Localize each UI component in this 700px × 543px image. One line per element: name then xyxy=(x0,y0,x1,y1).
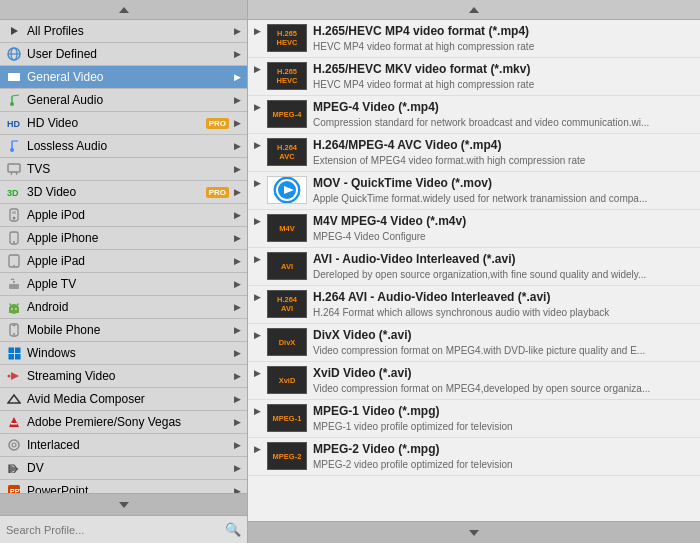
svg-marker-45 xyxy=(9,417,19,427)
format-item-mpeg1[interactable]: ▶ MPEG-1 MPEG-1 Video (*.mpg) MPEG-1 vid… xyxy=(248,400,700,438)
powerpoint-icon: PPT xyxy=(6,483,22,493)
sidebar-item-avid-media-composer[interactable]: Avid Media Composer ▶ xyxy=(0,388,247,411)
sidebar-item-android[interactable]: Android ▶ xyxy=(0,296,247,319)
sidebar-item-mobile-phone[interactable]: Mobile Phone ▶ xyxy=(0,319,247,342)
format-arrow-icon: ▶ xyxy=(254,176,261,188)
svg-line-10 xyxy=(12,95,19,96)
svg-point-15 xyxy=(10,148,14,152)
format-description: H.264 Format which allows synchronous au… xyxy=(313,306,693,319)
sidebar-item-user-defined[interactable]: User Defined ▶ xyxy=(0,43,247,66)
format-item-quicktime[interactable]: ▶ MOV - QuickTime Video (*.mov) Apple Qu… xyxy=(248,172,700,210)
sidebar-item-label: Apple iPhone xyxy=(27,231,229,245)
format-item-mpeg4[interactable]: ▶ MPEG-4 MPEG-4 Video (*.mp4) Compressio… xyxy=(248,96,700,134)
sidebar-item-apple-tv[interactable]: Apple TV ▶ xyxy=(0,273,247,296)
sidebar-item-all-profiles[interactable]: All Profiles ▶ xyxy=(0,20,247,43)
format-arrow-icon: ▶ xyxy=(254,62,261,74)
format-arrow-icon: ▶ xyxy=(254,366,261,378)
right-panel: ▶ H.265HEVC H.265/HEVC MP4 video format … xyxy=(248,20,700,543)
format-item-xvid[interactable]: ▶ XviD XviD Video (*.avi) Video compress… xyxy=(248,362,700,400)
format-title: MOV - QuickTime Video (*.mov) xyxy=(313,176,694,192)
format-thumbnail: XviD xyxy=(267,366,307,394)
sidebar-item-hd-video[interactable]: HD HD Video PRO ▶ xyxy=(0,112,247,135)
format-title: H.265/HEVC MKV video format (*.mkv) xyxy=(313,62,694,78)
svg-rect-28 xyxy=(9,284,19,289)
general-audio-icon xyxy=(6,92,22,108)
right-scroll-down-button[interactable] xyxy=(248,521,700,543)
sidebar-item-3d-video[interactable]: 3D 3D Video PRO ▶ xyxy=(0,181,247,204)
arrow-icon: ▶ xyxy=(234,279,241,289)
format-arrow-icon: ▶ xyxy=(254,328,261,340)
sidebar-item-tvs[interactable]: TVS ▶ xyxy=(0,158,247,181)
format-list: ▶ H.265HEVC H.265/HEVC MP4 video format … xyxy=(248,20,700,521)
search-icon[interactable]: 🔍 xyxy=(225,522,241,537)
format-description: Extension of MPEG4 video format.with hig… xyxy=(313,154,693,167)
arrow-icon: ▶ xyxy=(234,118,241,128)
right-scroll-up-button[interactable] xyxy=(248,0,700,20)
left-scroll-down-button[interactable] xyxy=(0,493,247,515)
format-thumbnail: M4V xyxy=(267,214,307,242)
arrow-icon: ▶ xyxy=(234,187,241,197)
sidebar-item-label: Android xyxy=(27,300,229,314)
svg-marker-1 xyxy=(469,7,479,13)
sidebar-item-label: PowerPoint xyxy=(27,484,229,493)
sidebar-item-apple-iphone[interactable]: Apple iPhone ▶ xyxy=(0,227,247,250)
format-arrow-icon: ▶ xyxy=(254,214,261,226)
sidebar-item-lossless-audio[interactable]: Lossless Audio ▶ xyxy=(0,135,247,158)
format-arrow-icon: ▶ xyxy=(254,442,261,454)
format-title: XviD Video (*.avi) xyxy=(313,366,694,382)
sidebar-item-label: Apple TV xyxy=(27,277,229,291)
format-item-hevc-mkv[interactable]: ▶ H.265HEVC H.265/HEVC MKV video format … xyxy=(248,58,700,96)
left-scroll-up-button[interactable] xyxy=(0,0,248,20)
format-item-h264-avc[interactable]: ▶ H.264AVC H.264/MPEG-4 AVC Video (*.mp4… xyxy=(248,134,700,172)
search-input[interactable] xyxy=(6,524,221,536)
arrow-icon: ▶ xyxy=(234,233,241,243)
sidebar-item-general-audio[interactable]: General Audio ▶ xyxy=(0,89,247,112)
svg-marker-54 xyxy=(119,502,129,508)
sidebar-item-apple-ipod[interactable]: Apple iPod ▶ xyxy=(0,204,247,227)
format-description: Video compression format on MPEG4.with D… xyxy=(313,344,693,357)
format-thumbnail: H.265HEVC xyxy=(267,62,307,90)
format-item-m4v[interactable]: ▶ M4V M4V MPEG-4 Video (*.m4v) MPEG-4 Vi… xyxy=(248,210,700,248)
sidebar-item-dv[interactable]: DV ▶ xyxy=(0,457,247,480)
tvs-icon xyxy=(6,161,22,177)
format-item-avi[interactable]: ▶ AVI AVI - Audio-Video Interleaved (*.a… xyxy=(248,248,700,286)
sidebar-item-windows[interactable]: Windows ▶ xyxy=(0,342,247,365)
format-item-divx[interactable]: ▶ DivX DivX Video (*.avi) Video compress… xyxy=(248,324,700,362)
format-item-mpeg2[interactable]: ▶ MPEG-2 MPEG-2 Video (*.mpg) MPEG-2 vid… xyxy=(248,438,700,476)
format-thumbnail: H.265HEVC xyxy=(267,24,307,52)
svg-rect-7 xyxy=(8,73,10,81)
svg-rect-38 xyxy=(8,347,14,353)
sidebar-item-label: General Video xyxy=(27,70,229,84)
pro-badge: PRO xyxy=(206,187,229,198)
sidebar-item-apple-ipad[interactable]: Apple iPad ▶ xyxy=(0,250,247,273)
left-panel: All Profiles ▶ User Defined ▶ General Vi… xyxy=(0,20,248,543)
svg-marker-59 xyxy=(469,530,479,536)
format-arrow-icon: ▶ xyxy=(254,24,261,36)
format-thumbnail: MPEG-4 xyxy=(267,100,307,128)
pro-badge: PRO xyxy=(206,118,229,129)
format-title: MPEG-4 Video (*.mp4) xyxy=(313,100,694,116)
arrow-icon: ▶ xyxy=(234,417,241,427)
svg-rect-39 xyxy=(15,347,21,353)
arrow-icon: ▶ xyxy=(234,463,241,473)
sidebar-item-powerpoint[interactable]: PPT PowerPoint ▶ xyxy=(0,480,247,493)
sidebar-item-adobe-premiere[interactable]: Adobe Premiere/Sony Vegas ▶ xyxy=(0,411,247,434)
svg-text:HD: HD xyxy=(7,119,20,128)
format-title: H.265/HEVC MP4 video format (*.mp4) xyxy=(313,24,694,40)
sidebar-item-label: Apple iPod xyxy=(27,208,229,222)
svg-marker-44 xyxy=(8,395,20,403)
svg-point-11 xyxy=(10,102,14,106)
sidebar-item-interlaced[interactable]: Interlaced ▶ xyxy=(0,434,247,457)
sidebar-item-general-video[interactable]: General Video ▶ xyxy=(0,66,247,89)
search-bar: 🔍 xyxy=(0,515,247,543)
arrow-icon: ▶ xyxy=(234,26,241,36)
arrow-icon: ▶ xyxy=(234,95,241,105)
sidebar-item-label: Mobile Phone xyxy=(27,323,229,337)
format-item-h264-avi[interactable]: ▶ H.264AVI H.264 AVI - Audio-Video Inter… xyxy=(248,286,700,324)
format-arrow-icon: ▶ xyxy=(254,404,261,416)
format-thumbnail: AVI xyxy=(267,252,307,280)
sidebar-item-label: Streaming Video xyxy=(27,369,229,383)
format-description: HEVC MP4 video format at high compressio… xyxy=(313,40,693,53)
format-item-hevc-mp4[interactable]: ▶ H.265HEVC H.265/HEVC MP4 video format … xyxy=(248,20,700,58)
sidebar-item-streaming-video[interactable]: Streaming Video ▶ xyxy=(0,365,247,388)
